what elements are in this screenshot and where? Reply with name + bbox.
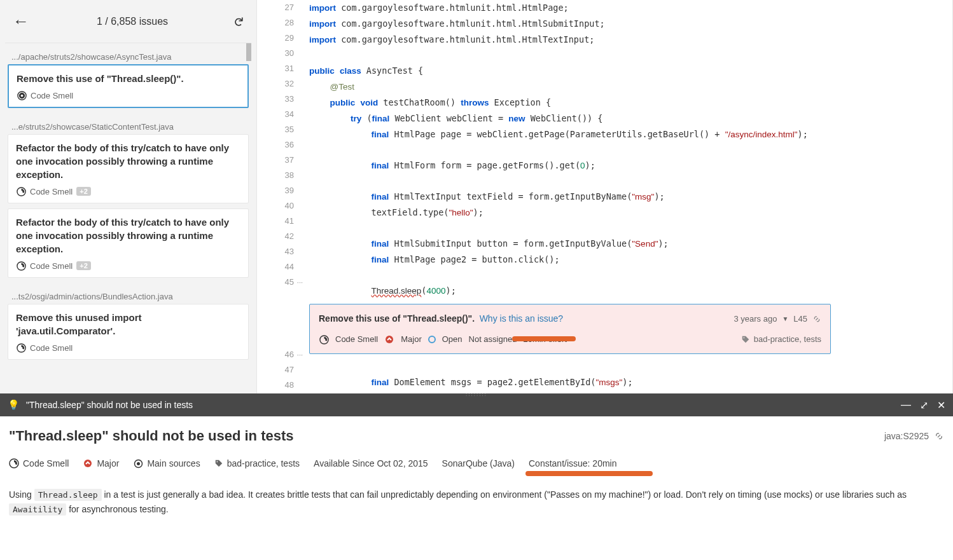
code-smell-icon: [16, 186, 26, 196]
code-smell-icon: [319, 334, 329, 345]
issue-assignee[interactable]: Not assigned: [469, 332, 517, 347]
rule-scope: Main sources: [147, 458, 200, 468]
file-path[interactable]: .../apache/struts2/showcase/AsyncTest.ja…: [5, 43, 251, 64]
issue-title: Remove this use of "Thread.sleep()".: [17, 72, 240, 85]
lightbulb-icon: 💡: [8, 399, 20, 411]
issue-type: Code Smell: [30, 343, 73, 353]
inline-issue-box[interactable]: Remove this use of "Thread.sleep()". Why…: [309, 304, 831, 354]
code-smell-icon: [16, 261, 26, 271]
rule-tags[interactable]: bad-practice, tests: [227, 458, 300, 468]
minimize-icon[interactable]: —: [901, 399, 911, 411]
permalink-icon[interactable]: [812, 315, 821, 324]
scrollbar-thumb[interactable]: [246, 43, 251, 61]
status-open-icon: [428, 336, 436, 343]
issue-line: L45: [793, 311, 807, 327]
rule-since: Available Since Oct 02, 2015: [314, 458, 428, 468]
issues-sidebar: ← 1 / 6,858 issues ↻ .../apache/struts2/…: [0, 0, 256, 394]
tab-indicator: [5, 0, 251, 3]
back-arrow-icon[interactable]: ←: [13, 11, 32, 31]
issue-card[interactable]: Remove this unused import 'java.util.Com…: [8, 304, 249, 360]
svg-point-8: [84, 460, 92, 467]
issue-card[interactable]: Refactor the body of this try/catch to h…: [8, 208, 249, 278]
fold-icon[interactable]: ···: [297, 347, 303, 362]
tags-icon: [214, 459, 223, 468]
issue-card[interactable]: Remove this use of "Thread.sleep()". Cod…: [8, 64, 249, 108]
svg-point-5: [386, 336, 393, 343]
issue-tags[interactable]: bad-practice, tests: [754, 332, 821, 347]
rule-bar-title: "Thread.sleep" should not be used in tes…: [26, 400, 193, 410]
rule-engine: SonarQube (Java): [442, 458, 515, 468]
code-smell-icon: [9, 458, 19, 468]
line-gutter: 27282930 31323334 35363738 39404142 4344…: [257, 0, 302, 394]
fold-icon[interactable]: ···: [297, 275, 303, 290]
code-smell-icon: [16, 343, 26, 353]
svg-point-6: [743, 338, 744, 339]
file-path[interactable]: ...ts2/osgi/admin/actions/BundlesAction.…: [5, 283, 251, 304]
code-body[interactable]: import com.gargoylesoftware.htmlunit.htm…: [302, 0, 952, 394]
issue-title: Refactor the body of this try/catch to h…: [16, 215, 240, 256]
issue-message: Remove this use of "Thread.sleep()".: [319, 313, 475, 324]
drag-grip-icon[interactable]: ::::::::: [466, 392, 487, 397]
highlight-annotation: [525, 471, 653, 476]
rule-detail-panel: "Thread.sleep" should not be used in tes…: [0, 416, 953, 560]
severity-major-icon: [83, 458, 93, 468]
issue-card[interactable]: Refactor the body of this try/catch to h…: [8, 134, 249, 203]
rule-id: java:S2925: [884, 431, 929, 441]
code-viewer: 27282930 31323334 35363738 39404142 4344…: [256, 0, 953, 394]
svg-point-10: [137, 462, 140, 465]
permalink-icon[interactable]: [934, 431, 944, 441]
expand-icon[interactable]: ⤢: [920, 399, 928, 411]
extra-locations-badge[interactable]: +2: [76, 261, 91, 270]
rule-debt: Constant/issue: 20min: [529, 458, 617, 468]
svg-point-11: [216, 461, 218, 463]
severity-major-icon: [384, 334, 394, 345]
issue-list: .../apache/struts2/showcase/AsyncTest.ja…: [5, 43, 251, 380]
file-path[interactable]: ...e/struts2/showcase/StaticContentTest.…: [5, 113, 251, 134]
issue-age[interactable]: 3 years ago: [734, 311, 777, 327]
why-issue-link[interactable]: Why is this an issue?: [480, 313, 564, 324]
issue-title: Remove this unused import 'java.util.Com…: [16, 311, 240, 338]
rule-severity: Major: [97, 458, 119, 468]
issue-type[interactable]: Code Smell: [335, 332, 378, 347]
reload-icon[interactable]: ↻: [231, 16, 246, 27]
rule-description: Using Thread.sleep in a test is just gen…: [9, 488, 944, 517]
inline-code: Thread.sleep: [34, 489, 102, 501]
highlight-annotation: [512, 336, 576, 341]
chevron-down-icon[interactable]: ▼: [782, 311, 788, 327]
tags-icon: [741, 335, 750, 344]
close-icon[interactable]: ✕: [937, 399, 945, 411]
issue-severity[interactable]: Major: [401, 332, 422, 347]
issue-title: Refactor the body of this try/catch to h…: [16, 141, 240, 181]
extra-locations-badge[interactable]: +2: [76, 187, 91, 196]
rule-panel-header: :::::::: 💡 "Thread.sleep" should not be …: [0, 393, 953, 416]
issue-type: Code Smell: [31, 91, 73, 100]
issue-counter: 1 / 6,858 issues: [32, 16, 233, 27]
rule-title: "Thread.sleep" should not be used in tes…: [9, 428, 294, 444]
inline-code: Awaitility: [9, 503, 66, 516]
rule-type: Code Smell: [23, 458, 69, 468]
issue-type: Code Smell: [30, 261, 73, 271]
scope-icon: [133, 458, 143, 468]
issue-type: Code Smell: [30, 187, 73, 196]
issue-status[interactable]: Open: [442, 332, 463, 347]
code-smell-icon: [17, 90, 27, 100]
